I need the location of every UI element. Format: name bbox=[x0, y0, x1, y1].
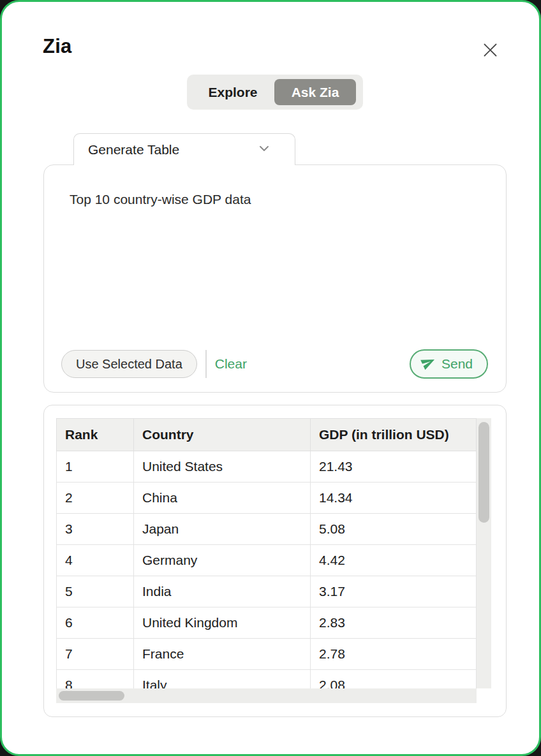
table-cell: 2.08 bbox=[311, 670, 477, 689]
table-cell: 4 bbox=[57, 545, 134, 576]
column-header-country: Country bbox=[134, 419, 311, 451]
vertical-scrollbar[interactable] bbox=[477, 418, 491, 688]
table-cell: 8 bbox=[57, 670, 134, 689]
table-row: 1United States21.43 bbox=[57, 451, 477, 483]
clear-button[interactable]: Clear bbox=[215, 356, 247, 372]
table-cell: 5 bbox=[57, 576, 134, 607]
result-table-container: Rank Country GDP (in trillion USD) 1Unit… bbox=[43, 405, 507, 717]
table-cell: 5.08 bbox=[311, 514, 477, 545]
table-cell: 1 bbox=[57, 451, 134, 483]
table-row: 2China14.34 bbox=[57, 483, 477, 514]
page-title: Zia bbox=[43, 35, 71, 58]
table-cell: 21.43 bbox=[311, 451, 477, 483]
generate-table-label: Generate Table bbox=[88, 142, 179, 157]
result-table: Rank Country GDP (in trillion USD) 1Unit… bbox=[56, 418, 477, 688]
footer-divider bbox=[205, 350, 207, 378]
close-icon bbox=[482, 41, 499, 61]
table-row: 4Germany4.42 bbox=[57, 545, 477, 576]
tab-explore[interactable]: Explore bbox=[191, 85, 274, 100]
table-row: 7France2.78 bbox=[57, 639, 477, 670]
horizontal-scrollbar-thumb[interactable] bbox=[59, 691, 124, 701]
table-cell: 2.78 bbox=[311, 639, 477, 670]
table-cell: 3.17 bbox=[311, 576, 477, 607]
use-selected-data-button[interactable]: Use Selected Data bbox=[61, 350, 197, 378]
table-cell: United Kingdom bbox=[134, 607, 311, 639]
table-cell: China bbox=[134, 483, 311, 514]
table-row: 6United Kingdom2.83 bbox=[57, 607, 477, 639]
table-row: 5India3.17 bbox=[57, 576, 477, 607]
table-header-row: Rank Country GDP (in trillion USD) bbox=[57, 419, 477, 451]
zia-panel: Zia Explore Ask Zia Generate Table Top 1… bbox=[0, 0, 541, 756]
table-cell: France bbox=[134, 639, 311, 670]
scrollbar-corner bbox=[477, 688, 491, 703]
table-body: 1United States21.432China14.343Japan5.08… bbox=[57, 451, 477, 689]
send-label: Send bbox=[441, 356, 473, 372]
table-cell: 2.83 bbox=[311, 607, 477, 639]
table-cell: 7 bbox=[57, 639, 134, 670]
table-cell: Germany bbox=[134, 545, 311, 576]
column-header-gdp: GDP (in trillion USD) bbox=[311, 419, 477, 451]
table-cell: 6 bbox=[57, 607, 134, 639]
prompt-box[interactable]: Top 10 country-wise GDP data Use Selecte… bbox=[43, 164, 507, 393]
generate-table-dropdown[interactable]: Generate Table bbox=[73, 133, 295, 165]
table-cell: 14.34 bbox=[311, 483, 477, 514]
vertical-scrollbar-thumb[interactable] bbox=[478, 422, 489, 523]
table-cell: Italy bbox=[134, 670, 311, 689]
prompt-input[interactable]: Top 10 country-wise GDP data bbox=[70, 192, 251, 207]
close-button[interactable] bbox=[475, 36, 505, 66]
send-button[interactable]: Send bbox=[410, 349, 488, 379]
table-cell: 4.42 bbox=[311, 545, 477, 576]
table-row: 8Italy2.08 bbox=[57, 670, 477, 689]
prompt-footer: Use Selected Data Clear Send bbox=[61, 349, 488, 379]
table-cell: Japan bbox=[134, 514, 311, 545]
result-table-viewport: Rank Country GDP (in trillion USD) 1Unit… bbox=[56, 418, 477, 688]
table-cell: United States bbox=[134, 451, 311, 483]
horizontal-scrollbar[interactable] bbox=[56, 688, 477, 703]
table-row: 3Japan5.08 bbox=[57, 514, 477, 545]
table-cell: 2 bbox=[57, 483, 134, 514]
column-header-rank: Rank bbox=[57, 419, 134, 451]
send-icon bbox=[421, 355, 436, 373]
tab-ask-zia[interactable]: Ask Zia bbox=[274, 79, 356, 105]
chevron-down-icon bbox=[256, 141, 272, 159]
table-cell: India bbox=[134, 576, 311, 607]
mode-segmented-control: Explore Ask Zia bbox=[187, 75, 363, 110]
table-cell: 3 bbox=[57, 514, 134, 545]
